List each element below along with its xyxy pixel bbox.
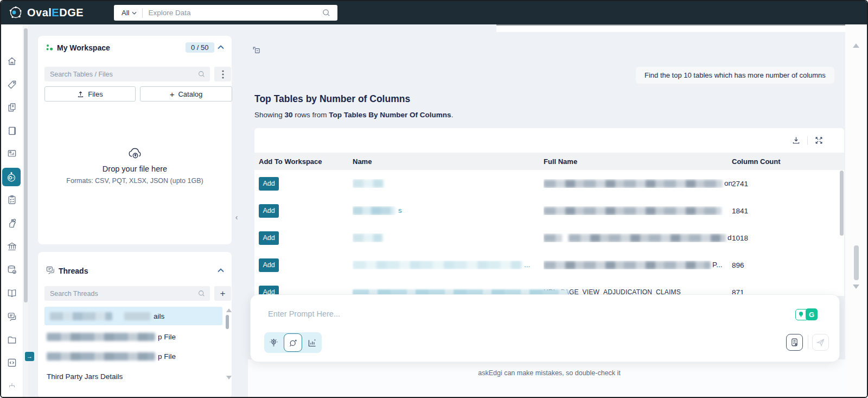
rail-query-icon[interactable] bbox=[4, 355, 20, 370]
table-fullname: ont... bbox=[544, 179, 732, 188]
my-workspace-panel: My Workspace 0 / 50 Files + Catalog Drop… bbox=[38, 36, 232, 244]
column-count-value: 1841 bbox=[732, 207, 844, 215]
workspace-search-input[interactable] bbox=[44, 71, 198, 78]
rail-files-icon[interactable] bbox=[4, 332, 20, 348]
send-icon[interactable] bbox=[812, 334, 829, 351]
workspace-cluster-icon bbox=[46, 44, 53, 51]
table-name-link[interactable]: ... bbox=[353, 261, 544, 269]
add-catalog-button[interactable]: + Catalog bbox=[140, 86, 232, 102]
thread-item[interactable]: p File bbox=[44, 327, 222, 346]
app-window: OvalEDGE All → bbox=[0, 0, 868, 398]
rail-tasks-icon[interactable] bbox=[4, 192, 20, 207]
rail-scrollbar-thumb[interactable] bbox=[24, 28, 28, 302]
table-fullname: P... bbox=[544, 261, 732, 269]
result-table-card: Add To Workspace Name Full Name Column C… bbox=[254, 128, 844, 296]
column-count-value: 1018 bbox=[732, 234, 844, 242]
divider bbox=[808, 335, 808, 349]
prompt-input[interactable] bbox=[267, 309, 746, 319]
grammarly-suggestion-icon bbox=[795, 309, 807, 320]
add-to-workspace-button[interactable]: Add bbox=[259, 204, 279, 218]
workspace-title: My Workspace bbox=[57, 43, 110, 52]
rail-collaboration-icon[interactable] bbox=[4, 309, 20, 324]
ovaledge-logo-icon bbox=[9, 5, 23, 20]
ai-search-icon[interactable] bbox=[284, 333, 302, 352]
thread-item[interactable]: p File bbox=[44, 347, 222, 365]
redacted-text bbox=[544, 234, 562, 242]
search-icon[interactable] bbox=[322, 9, 337, 17]
redacted-text bbox=[353, 261, 522, 269]
table-scrollbar-thumb[interactable] bbox=[840, 170, 844, 236]
search-icon bbox=[198, 290, 210, 297]
threads-search-input[interactable] bbox=[44, 290, 198, 298]
thread-list-scroll-down-icon[interactable] bbox=[226, 376, 232, 380]
rail-notebook-icon[interactable] bbox=[4, 123, 20, 138]
thread-list-scrollbar-thumb[interactable] bbox=[226, 315, 229, 329]
copy-collapse-icon[interactable] bbox=[252, 46, 261, 55]
rail-tag-icon[interactable] bbox=[4, 77, 20, 92]
table-name-link[interactable] bbox=[353, 233, 544, 242]
workspace-search bbox=[44, 67, 210, 81]
thread-item[interactable]: ails bbox=[44, 307, 222, 325]
add-to-workspace-button[interactable]: Add bbox=[259, 258, 279, 272]
new-thread-button[interactable]: + bbox=[214, 286, 231, 301]
search-icon bbox=[198, 71, 210, 78]
right-gutter bbox=[845, 24, 868, 398]
idea-bulb-icon[interactable] bbox=[269, 338, 279, 348]
table-toolbar bbox=[254, 128, 844, 153]
page-scrollbar-thumb[interactable] bbox=[854, 245, 859, 280]
table-name-link[interactable]: s bbox=[353, 206, 544, 215]
add-to-workspace-button[interactable]: Add bbox=[259, 177, 279, 191]
add-to-workspace-button[interactable]: Add bbox=[259, 231, 279, 245]
table-fullname bbox=[544, 206, 732, 215]
page-scroll-up-icon[interactable] bbox=[853, 43, 859, 48]
rail-data-health-icon[interactable] bbox=[4, 262, 20, 277]
column-count-value: 2741 bbox=[732, 180, 844, 188]
redacted-text bbox=[353, 179, 384, 188]
table-row: Add ont... 2741 bbox=[254, 170, 844, 198]
rail-home-icon[interactable] bbox=[4, 54, 20, 69]
left-icon-rail bbox=[1, 24, 23, 398]
result-title: Top Tables by Number of Columns bbox=[254, 93, 410, 105]
chevron-down-icon bbox=[132, 11, 137, 15]
grammarly-widget[interactable]: G bbox=[795, 308, 818, 320]
search-scope-dropdown[interactable]: All bbox=[114, 9, 142, 17]
redacted-text bbox=[544, 180, 723, 188]
rail-expand-button[interactable]: → bbox=[25, 352, 34, 361]
footer-strip bbox=[248, 359, 845, 398]
rail-more-icon[interactable] bbox=[4, 378, 20, 394]
download-icon[interactable] bbox=[792, 136, 801, 145]
rail-certify-docs-icon[interactable] bbox=[4, 100, 20, 115]
global-search-bar: All bbox=[114, 5, 337, 21]
expand-fullscreen-icon[interactable] bbox=[814, 136, 824, 145]
workspace-collapse-chevron-icon[interactable] bbox=[218, 45, 224, 49]
redacted-text bbox=[569, 234, 726, 242]
file-dropzone[interactable]: Drop your file here Formats: CSV, PQT, X… bbox=[38, 147, 232, 185]
prompt-tools-pill bbox=[264, 332, 322, 353]
cloud-upload-icon bbox=[127, 147, 143, 160]
brand-logo[interactable]: OvalEDGE bbox=[9, 5, 84, 20]
threads-collapse-chevron-icon[interactable] bbox=[218, 268, 224, 273]
rail-glossary-icon[interactable] bbox=[4, 286, 20, 301]
result-subtitle: Showing 30 rows from Top Tables By Numbe… bbox=[254, 111, 453, 119]
thread-item[interactable]: Third Party Jars Details bbox=[44, 367, 222, 386]
thread-list-scroll-up-icon[interactable] bbox=[226, 308, 232, 312]
panel-collapse-handle[interactable]: ‹ bbox=[233, 210, 240, 225]
table-row: Add s 1841 bbox=[254, 197, 844, 225]
rail-approvals-icon[interactable] bbox=[4, 216, 20, 231]
threads-title: Threads bbox=[59, 267, 88, 275]
threads-icon bbox=[46, 266, 55, 275]
page-scroll-down-icon[interactable] bbox=[853, 285, 859, 289]
redacted-text bbox=[47, 333, 155, 341]
workspace-kebab-menu-icon[interactable] bbox=[214, 67, 231, 81]
threads-search bbox=[44, 286, 210, 301]
files-upload-button[interactable]: Files bbox=[44, 86, 136, 102]
rail-askedgi-icon[interactable] bbox=[2, 168, 21, 186]
divider bbox=[807, 136, 808, 145]
rail-governance-icon[interactable] bbox=[4, 239, 20, 254]
col-header: Column Count bbox=[732, 157, 844, 166]
table-name-link[interactable] bbox=[353, 179, 544, 188]
explore-data-input[interactable] bbox=[143, 9, 322, 17]
rail-reports-icon[interactable] bbox=[4, 146, 20, 161]
analytics-chart-icon[interactable] bbox=[307, 338, 317, 348]
report-document-icon[interactable] bbox=[786, 334, 803, 351]
